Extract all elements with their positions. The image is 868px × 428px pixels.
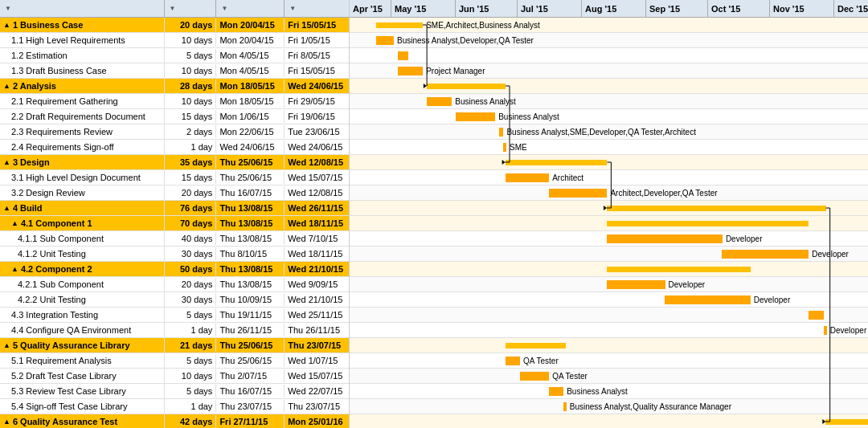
expand-icon[interactable]: ▲ (3, 158, 10, 166)
month-cell: Dec '15 (834, 0, 868, 17)
col-header-duration[interactable]: ▼ (165, 0, 217, 17)
cell-duration: 30 days (165, 247, 217, 260)
expand-icon[interactable]: ▲ (11, 265, 18, 273)
gantt-bar (809, 311, 824, 320)
cell-duration: 30 days (165, 293, 217, 306)
cell-duration: 70 days (165, 217, 217, 230)
cell-finish: Fri 29/05/15 (285, 95, 349, 108)
gantt-row (350, 48, 868, 63)
table-row: 1.1 High Level Requirements 10 days Mon … (0, 33, 349, 48)
gantt-bar (607, 234, 723, 243)
expand-icon[interactable]: ▲ (3, 204, 10, 212)
month-cell: Aug '15 (582, 0, 646, 17)
sort-icon-start[interactable]: ▼ (221, 5, 227, 12)
gantt-bar (607, 280, 665, 289)
gantt-bar (456, 112, 495, 121)
sort-icon-task[interactable]: ▼ (5, 5, 11, 12)
bar-label: QA Tester (552, 372, 588, 381)
table-row: ▲5 Quality Assurance Library 21 days Thu… (0, 338, 349, 353)
sort-icon-duration[interactable]: ▼ (170, 5, 176, 12)
gantt-bar (549, 387, 563, 396)
cell-finish: Thu 23/07/15 (285, 339, 349, 352)
cell-task: 3.2 Design Review (0, 185, 165, 200)
cell-task: 5.4 Sign-off Test Case Library (0, 399, 165, 414)
cell-task: ▲4 Build (0, 201, 165, 215)
gantt-bar (607, 267, 751, 272)
col-header-task[interactable]: ▼ (0, 0, 165, 17)
table-row: 4.2.2 Unit Testing 30 days Thu 10/09/15 … (0, 292, 349, 308)
bar-label: QA Tester (523, 357, 559, 365)
expand-icon[interactable]: ▲ (11, 219, 18, 227)
cell-duration: 10 days (165, 64, 217, 77)
gantt-row (350, 140, 868, 155)
col-header-finish[interactable]: ▼ (285, 0, 349, 17)
cell-duration: 21 days (165, 339, 217, 352)
gantt-bar (398, 51, 408, 60)
cell-start: Wed 24/06/15 (216, 141, 285, 153)
cell-task: 5.3 Review Test Case Library (0, 384, 165, 398)
month-cell: Apr '15 (350, 0, 391, 17)
gantt-bar (563, 402, 567, 411)
month-cell: Oct '15 (708, 0, 770, 17)
col-header-start[interactable]: ▼ (216, 0, 285, 17)
expand-icon[interactable]: ▲ (3, 21, 10, 29)
bar-label: Business Analyst,SME,Developer,QA Tester… (506, 128, 695, 137)
gantt-bar (825, 419, 868, 425)
table-row: ▲1 Business Case 20 days Mon 20/04/15 Fr… (0, 18, 349, 33)
table-header: ▼ ▼ ▼ ▼ (0, 0, 349, 18)
cell-duration: 20 days (165, 186, 217, 199)
cell-finish: Fri 15/05/15 (285, 18, 349, 31)
cell-finish: Fri 8/05/15 (285, 49, 349, 62)
cell-duration: 42 days (165, 415, 217, 428)
table-row: 5.4 Sign-off Test Case Library 1 day Thu… (0, 399, 349, 414)
gantt-row (350, 170, 868, 185)
cell-duration: 2 days (165, 125, 217, 138)
gantt-row (350, 308, 868, 323)
cell-start: Thu 13/08/15 (216, 232, 285, 245)
cell-duration: 15 days (165, 110, 217, 123)
bar-label: Developer (830, 326, 867, 335)
cell-duration: 50 days (165, 263, 217, 275)
expand-icon[interactable]: ▲ (3, 341, 10, 349)
cell-finish: Thu 23/07/15 (285, 400, 349, 413)
cell-start: Thu 25/06/15 (216, 171, 285, 184)
cell-task: 1.3 Draft Business Case (0, 63, 165, 78)
cell-finish: Wed 21/10/15 (285, 263, 349, 275)
sort-icon-finish[interactable]: ▼ (289, 5, 296, 12)
month-cell: Jul '15 (518, 0, 582, 17)
month-cell: Jun '15 (456, 0, 518, 17)
cell-finish: Wed 12/08/15 (285, 156, 349, 169)
cell-task: 4.3 Integration Testing (0, 308, 165, 322)
bar-label: Developer (726, 234, 763, 243)
expand-icon[interactable]: ▲ (3, 418, 10, 426)
cell-start: Mon 4/05/15 (216, 49, 285, 62)
expand-icon[interactable]: ▲ (3, 82, 10, 90)
cell-start: Thu 16/07/15 (216, 186, 285, 199)
cell-start: Thu 13/08/15 (216, 202, 285, 214)
bar-label: Business Analyst (455, 97, 516, 106)
cell-task: 4.1.1 Sub Component (0, 231, 165, 246)
cell-task: ▲4.1 Component 1 (0, 216, 165, 230)
gantt-area: Apr '15May '15Jun '15Jul '15Aug '15Sep '… (350, 0, 868, 428)
month-cell: May '15 (391, 0, 456, 17)
gantt-row (350, 323, 868, 338)
cell-start: Mon 4/05/15 (216, 64, 285, 77)
table-row: ▲4 Build 76 days Thu 13/08/15 Wed 26/11/… (0, 201, 349, 216)
table-row: 3.2 Design Review 20 days Thu 16/07/15 W… (0, 185, 349, 201)
cell-finish: Wed 22/07/15 (285, 385, 349, 397)
gantt-row (350, 185, 868, 201)
cell-finish: Tue 23/06/15 (285, 125, 349, 138)
cell-start: Mon 18/05/15 (216, 79, 285, 92)
bar-label: Architect (552, 173, 583, 182)
gantt-bar (824, 326, 827, 335)
cell-finish: Fri 19/06/15 (285, 110, 349, 123)
table-row: 5.3 Review Test Case Library 5 days Thu … (0, 384, 349, 399)
cell-task: 2.4 Requirements Sign-off (0, 140, 165, 154)
cell-start: Mon 20/04/15 (216, 18, 285, 31)
cell-task: 1.2 Estimation (0, 48, 165, 63)
table-row: 3.1 High Level Design Document 15 days T… (0, 170, 349, 185)
table-row: 1.2 Estimation 5 days Mon 4/05/15 Fri 8/… (0, 48, 349, 63)
cell-task: 4.1.2 Unit Testing (0, 247, 165, 261)
cell-task: 4.2.1 Sub Component (0, 277, 165, 291)
cell-task: ▲1 Business Case (0, 18, 165, 32)
